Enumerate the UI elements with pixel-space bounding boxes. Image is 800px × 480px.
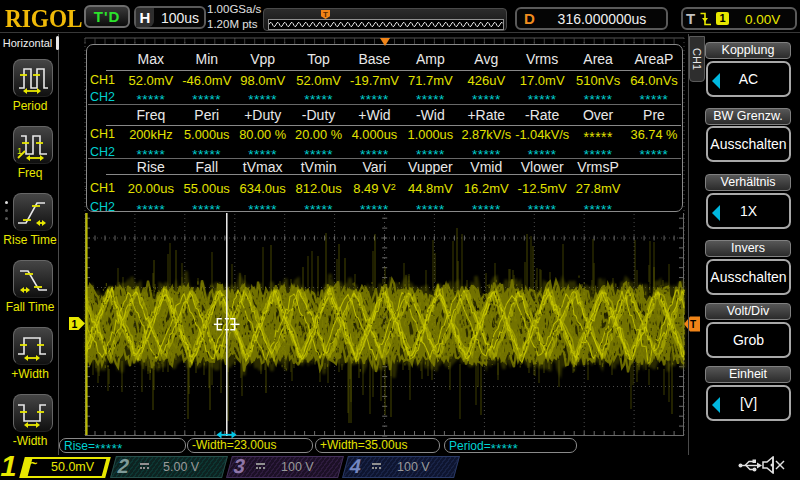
svg-text:1: 1 xyxy=(72,318,78,330)
svg-text:T: T xyxy=(690,319,696,330)
